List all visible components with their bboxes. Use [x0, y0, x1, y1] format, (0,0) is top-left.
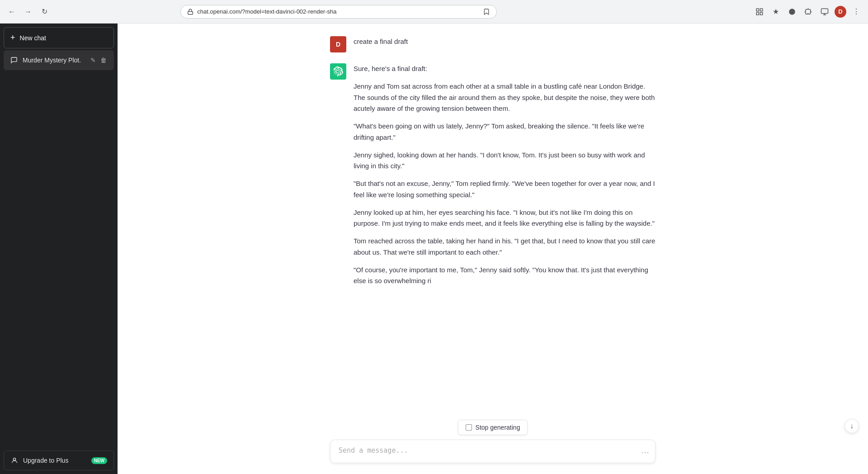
- upgrade-button[interactable]: Upgrade to Plus NEW: [4, 450, 114, 470]
- input-box-wrapper: ⋯: [330, 440, 656, 465]
- svg-rect-0: [188, 11, 193, 14]
- chat-item-label: Murder Mystery Plot.: [23, 57, 90, 64]
- plus-icon: +: [10, 33, 15, 43]
- forward-button[interactable]: →: [22, 5, 34, 18]
- profile-icon[interactable]: [818, 5, 831, 18]
- scroll-to-bottom-button[interactable]: ↓: [844, 419, 859, 433]
- svg-rect-1: [756, 9, 759, 11]
- svg-point-5: [789, 9, 795, 15]
- extensions-icon[interactable]: [753, 5, 766, 18]
- secure-icon: [187, 9, 193, 15]
- message-input[interactable]: [330, 440, 656, 463]
- chat-item-left: Murder Mystery Plot.: [10, 56, 90, 64]
- ai-message-content: Sure, here's a final draft: Jenny and To…: [354, 63, 656, 287]
- user-icon: [10, 456, 19, 465]
- svg-point-7: [13, 458, 15, 460]
- app-wrapper: + New chat Murder Mystery Plot. ✎ 🗑 Upgr…: [0, 24, 868, 474]
- edit-chat-button[interactable]: ✎: [90, 56, 97, 65]
- sidebar-item-murder-mystery[interactable]: Murder Mystery Plot. ✎ 🗑: [4, 50, 114, 70]
- browser-user-avatar[interactable]: D: [835, 6, 846, 18]
- new-chat-label: New chat: [20, 34, 46, 42]
- puzzle-icon[interactable]: [802, 5, 815, 18]
- star-icon[interactable]: ★: [769, 5, 782, 18]
- ai-intro: Sure, here's a final draft:: [354, 63, 656, 75]
- user-avatar: D: [330, 36, 346, 52]
- ai-paragraph-2: Jenny sighed, looking down at her hands.…: [354, 150, 656, 172]
- user-message-content: create a final draft: [354, 36, 656, 47]
- user-message-row: D create a final draft: [330, 33, 656, 56]
- sidebar-spacer: [4, 71, 114, 447]
- user-message-text: create a final draft: [354, 36, 656, 47]
- input-area: Stop generating ⋯: [118, 414, 868, 474]
- ai-paragraph-4: Jenny looked up at him, her eyes searchi…: [354, 207, 656, 230]
- svg-rect-3: [756, 12, 759, 14]
- chat-area: D create a final draft Sure, here's a fi…: [118, 24, 868, 474]
- ai-paragraph-5: Tom reached across the table, taking her…: [354, 236, 656, 258]
- bookmark-icon[interactable]: [483, 8, 490, 15]
- stop-checkbox-icon: [466, 424, 472, 431]
- svg-rect-2: [760, 9, 762, 11]
- stop-generating-label: Stop generating: [476, 424, 520, 431]
- new-chat-button[interactable]: + New chat: [4, 27, 114, 48]
- stop-generating-wrapper: Stop generating: [330, 420, 656, 435]
- ai-message-row: Sure, here's a final draft: Jenny and To…: [330, 56, 656, 294]
- sidebar: + New chat Murder Mystery Plot. ✎ 🗑 Upgr…: [0, 24, 118, 474]
- send-button[interactable]: ⋯: [641, 447, 649, 457]
- url-text: chat.openai.com/?model=text-davinci-002-…: [197, 8, 479, 15]
- scroll-down-icon: ↓: [850, 422, 854, 430]
- wolf-icon[interactable]: [786, 5, 798, 18]
- delete-chat-button[interactable]: 🗑: [99, 56, 108, 65]
- send-icon: ⋯: [641, 447, 649, 457]
- back-button[interactable]: ←: [5, 5, 18, 18]
- menu-icon[interactable]: ⋮: [850, 5, 863, 18]
- ai-paragraph-0: Jenny and Tom sat across from each other…: [354, 81, 656, 114]
- upgrade-label: Upgrade to Plus: [23, 457, 68, 464]
- chat-messages: D create a final draft Sure, here's a fi…: [118, 24, 868, 414]
- browser-actions: ★ D ⋮: [753, 5, 863, 18]
- svg-rect-4: [760, 12, 762, 14]
- openai-icon: [333, 66, 343, 76]
- reload-button[interactable]: ↻: [38, 5, 51, 18]
- svg-rect-6: [821, 9, 828, 14]
- chat-item-actions: ✎ 🗑: [90, 56, 108, 65]
- stop-generating-button[interactable]: Stop generating: [458, 420, 528, 435]
- chat-bubble-icon: [10, 56, 18, 64]
- ai-paragraph-1: "What's been going on with us lately, Je…: [354, 121, 656, 143]
- new-badge: NEW: [91, 457, 107, 464]
- ai-paragraph-6: "Of course, you're important to me, Tom,…: [354, 265, 656, 287]
- browser-chrome: ← → ↻ chat.openai.com/?model=text-davinc…: [0, 0, 868, 24]
- address-bar[interactable]: chat.openai.com/?model=text-davinci-002-…: [180, 5, 497, 19]
- ai-paragraph-3: "But that's not an excuse, Jenny," Tom r…: [354, 178, 656, 201]
- ai-avatar: [330, 63, 346, 80]
